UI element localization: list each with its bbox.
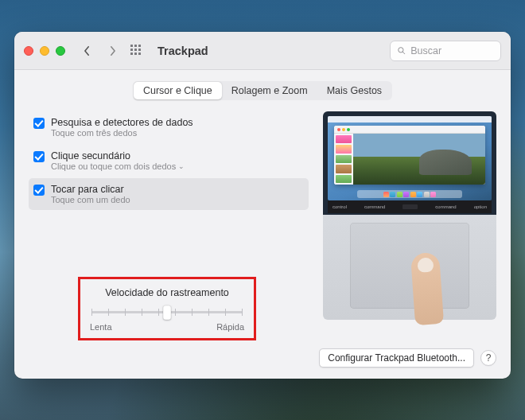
footer: Configurar Trackpad Bluetooth... ? xyxy=(29,348,496,368)
option-title: Clique secundário xyxy=(51,150,185,161)
option-tap-to-click[interactable]: Tocar para clicar Toque com um dedo xyxy=(29,178,309,210)
window-toolbar: Trackpad xyxy=(14,32,511,70)
desktop-wallpaper: Trackpad Cursor e Clique Rolagem e Zoom … xyxy=(0,0,525,420)
search-icon xyxy=(397,45,406,56)
forward-button[interactable] xyxy=(103,41,121,60)
option-subtitle: Toque com três dedos xyxy=(51,128,193,138)
option-title: Tocar para clicar xyxy=(51,184,130,195)
chevron-right-icon xyxy=(109,45,116,56)
tracking-speed-slider[interactable] xyxy=(91,305,243,319)
tab-label: Cursor e Clique xyxy=(143,85,212,96)
pane-content: Cursor e Clique Rolagem e Zoom Mais Gest… xyxy=(14,70,511,379)
tracking-speed-label: Velocidade do rastreamento xyxy=(90,287,244,298)
preview-menubar xyxy=(328,116,492,122)
tracking-speed-highlight: Velocidade do rastreamento Lenta Rápida xyxy=(78,277,256,340)
option-secondary-click[interactable]: Clique secundário Clique ou toque com do… xyxy=(29,145,309,177)
tab-scroll-zoom[interactable]: Rolagem e Zoom xyxy=(222,82,317,99)
checkbox[interactable] xyxy=(33,151,45,162)
chevron-left-icon xyxy=(84,45,91,56)
back-button[interactable] xyxy=(78,41,95,60)
slider-thumb[interactable] xyxy=(163,305,171,320)
preview-keyboard: control command command option xyxy=(328,200,492,213)
option-lookup[interactable]: Pesquisa e detectores de dados Toque com… xyxy=(29,111,309,143)
checkbox[interactable] xyxy=(33,185,45,196)
bluetooth-trackpad-button[interactable]: Configurar Trackpad Bluetooth... xyxy=(319,348,474,368)
window-title: Trackpad xyxy=(158,45,208,57)
window-controls xyxy=(24,46,65,56)
show-all-prefs-icon[interactable] xyxy=(130,45,143,57)
help-button[interactable]: ? xyxy=(480,350,496,366)
checkbox[interactable] xyxy=(33,118,45,129)
minimize-window-button[interactable] xyxy=(40,46,49,56)
chevron-down-icon: ⌄ xyxy=(178,162,185,170)
tab-label: Rolagem e Zoom xyxy=(231,85,308,96)
preview-dock xyxy=(357,190,462,198)
preview-trackpad xyxy=(350,223,469,309)
help-icon: ? xyxy=(486,352,492,364)
tab-label: Mais Gestos xyxy=(327,85,382,96)
option-title: Pesquisa e detectores de dados xyxy=(51,117,193,128)
slider-min-label: Lenta xyxy=(90,322,112,332)
preview-app-window xyxy=(334,126,485,185)
preview-laptop-screen: control command command option xyxy=(323,111,496,215)
close-window-button[interactable] xyxy=(24,46,33,56)
tab-cursor-click[interactable]: Cursor e Clique xyxy=(134,82,222,99)
gesture-preview: control command command option xyxy=(323,111,496,345)
preview-trackpad-area xyxy=(323,215,496,320)
tab-bar: Cursor e Clique Rolagem e Zoom Mais Gest… xyxy=(133,81,392,100)
option-subtitle-menu[interactable]: Clique ou toque com dois dedos ⌄ xyxy=(51,161,185,171)
option-subtitle: Toque com um dedo xyxy=(51,195,130,204)
zoom-window-button[interactable] xyxy=(56,46,65,56)
system-preferences-window: Trackpad Cursor e Clique Rolagem e Zoom … xyxy=(14,32,511,379)
preview-finger xyxy=(410,252,444,325)
tab-more-gestures[interactable]: Mais Gestos xyxy=(317,82,391,99)
search-field[interactable] xyxy=(390,41,501,61)
svg-line-1 xyxy=(402,52,404,53)
slider-max-label: Rápida xyxy=(216,322,244,332)
search-input[interactable] xyxy=(410,45,494,56)
